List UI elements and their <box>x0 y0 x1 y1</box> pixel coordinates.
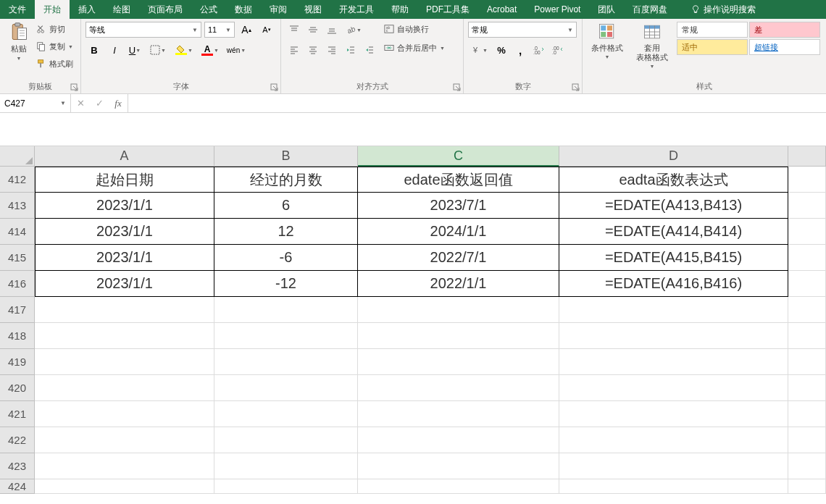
ribbon-tab-4[interactable]: 页面布局 <box>139 0 191 19</box>
bold-button[interactable]: B <box>85 42 103 58</box>
font-name-combo[interactable]: 等线▼ <box>85 22 201 38</box>
decrease-decimal-button[interactable]: .00.0 <box>549 42 567 58</box>
ribbon-tab-8[interactable]: 视图 <box>296 0 330 19</box>
decrease-indent-button[interactable] <box>342 42 359 58</box>
italic-button[interactable]: I <box>106 42 123 58</box>
cell-D418[interactable] <box>559 323 788 349</box>
cell-A421[interactable] <box>35 401 214 427</box>
row-header-414[interactable]: 414 <box>0 219 35 245</box>
align-top-button[interactable] <box>285 22 303 38</box>
increase-indent-button[interactable] <box>361 42 378 58</box>
cell-D413[interactable]: =EDATE(A413,B413) <box>559 193 788 219</box>
cell-B424[interactable] <box>214 479 358 494</box>
cell-D412[interactable]: eadta函数表达式 <box>559 167 788 193</box>
select-all-corner[interactable] <box>0 146 35 167</box>
cell-extra-416[interactable] <box>788 271 826 297</box>
format-painter-button[interactable]: 格式刷 <box>36 56 73 71</box>
copy-button[interactable]: 复制 ▼ <box>36 39 73 54</box>
row-header-412[interactable]: 412 <box>0 167 35 193</box>
font-dialog-launcher[interactable] <box>270 83 279 92</box>
cell-B418[interactable] <box>214 323 358 349</box>
comma-button[interactable]: , <box>512 42 529 58</box>
wrap-text-button[interactable]: abc 自动换行 <box>384 22 445 36</box>
font-size-combo[interactable]: 11▼ <box>204 22 235 38</box>
cell-C414[interactable]: 2024/1/1 <box>358 219 559 245</box>
cell-extra-417[interactable] <box>788 297 826 323</box>
enter-formula-button[interactable]: ✓ <box>90 94 109 112</box>
ribbon-tab-6[interactable]: 数据 <box>226 0 261 19</box>
cell-A418[interactable] <box>35 323 214 349</box>
cell-A415[interactable]: 2023/1/1 <box>35 245 214 271</box>
cell-extra-415[interactable] <box>788 245 826 271</box>
formula-input[interactable] <box>128 94 826 112</box>
cell-B417[interactable] <box>214 297 358 323</box>
cell-extra-413[interactable] <box>788 193 826 219</box>
cell-B421[interactable] <box>214 401 358 427</box>
cell-D419[interactable] <box>559 349 788 375</box>
cell-A412[interactable]: 起始日期 <box>35 167 214 193</box>
clipboard-dialog-launcher[interactable] <box>70 83 79 92</box>
cell-C415[interactable]: 2022/7/1 <box>358 245 559 271</box>
cell-A423[interactable] <box>35 453 214 479</box>
cell-D414[interactable]: =EDATE(A414,B414) <box>559 219 788 245</box>
number-dialog-launcher[interactable] <box>572 83 580 92</box>
conditional-formatting-button[interactable]: 条件格式 ▼ <box>587 22 627 61</box>
cut-button[interactable]: 剪切 <box>36 22 73 36</box>
merge-center-button[interactable]: 合并后居中 ▼ <box>384 41 445 55</box>
alignment-dialog-launcher[interactable] <box>453 83 462 92</box>
column-header-B[interactable]: B <box>214 146 358 167</box>
accounting-format-button[interactable]: ¥▼ <box>468 42 491 58</box>
cell-extra-421[interactable] <box>788 401 826 427</box>
cell-extra-423[interactable] <box>788 453 826 479</box>
insert-function-button[interactable]: fx <box>109 94 128 112</box>
increase-font-button[interactable]: A▴ <box>238 22 255 38</box>
cell-D421[interactable] <box>559 401 788 427</box>
align-center-button[interactable] <box>304 42 322 58</box>
cell-C419[interactable] <box>358 349 559 375</box>
cancel-formula-button[interactable]: ✕ <box>71 94 90 112</box>
column-header-extra[interactable] <box>788 146 826 167</box>
cell-B416[interactable]: -12 <box>214 271 358 297</box>
cell-B412[interactable]: 经过的月数 <box>214 167 358 193</box>
underline-button[interactable]: U▼ <box>126 42 143 58</box>
cell-A417[interactable] <box>35 297 214 323</box>
cell-extra-422[interactable] <box>788 427 826 453</box>
align-left-button[interactable] <box>285 42 303 58</box>
paste-button[interactable]: 粘贴 ▼ <box>4 22 33 61</box>
fill-color-button[interactable]: ▼ <box>172 42 196 58</box>
ribbon-tab-2[interactable]: 插入 <box>70 0 104 19</box>
align-right-button[interactable] <box>323 42 341 58</box>
cell-extra-412[interactable] <box>788 167 826 193</box>
cell-B422[interactable] <box>214 427 358 453</box>
align-middle-button[interactable] <box>304 22 322 38</box>
ribbon-tab-9[interactable]: 开发工具 <box>330 0 383 19</box>
cell-A413[interactable]: 2023/1/1 <box>35 193 214 219</box>
border-button[interactable]: ▼ <box>146 42 170 58</box>
cell-B423[interactable] <box>214 453 358 479</box>
style-link[interactable]: 超链接 <box>749 39 820 55</box>
cell-D416[interactable]: =EDATE(A416,B416) <box>559 271 788 297</box>
cell-C418[interactable] <box>358 323 559 349</box>
style-good[interactable]: 适中 <box>677 39 748 55</box>
row-header-416[interactable]: 416 <box>0 271 35 297</box>
column-header-D[interactable]: D <box>559 146 788 167</box>
cell-B419[interactable] <box>214 349 358 375</box>
row-header-424[interactable]: 424 <box>0 479 35 494</box>
phonetic-button[interactable]: wén▼ <box>225 42 248 58</box>
cell-C420[interactable] <box>358 375 559 401</box>
cell-C424[interactable] <box>358 479 559 494</box>
style-bad[interactable]: 差 <box>749 22 820 38</box>
orientation-button[interactable]: ab▼ <box>342 22 365 38</box>
cell-A414[interactable]: 2023/1/1 <box>35 219 214 245</box>
style-normal[interactable]: 常规 <box>677 22 748 38</box>
row-header-419[interactable]: 419 <box>0 349 35 375</box>
number-format-combo[interactable]: 常规▼ <box>468 22 577 38</box>
ribbon-tab-1[interactable]: 开始 <box>35 0 70 19</box>
cell-D424[interactable] <box>559 479 788 494</box>
ribbon-tab-5[interactable]: 公式 <box>191 0 226 19</box>
cell-C422[interactable] <box>358 427 559 453</box>
cell-D417[interactable] <box>559 297 788 323</box>
cell-A416[interactable]: 2023/1/1 <box>35 271 214 297</box>
cell-extra-420[interactable] <box>788 375 826 401</box>
cell-C421[interactable] <box>358 401 559 427</box>
